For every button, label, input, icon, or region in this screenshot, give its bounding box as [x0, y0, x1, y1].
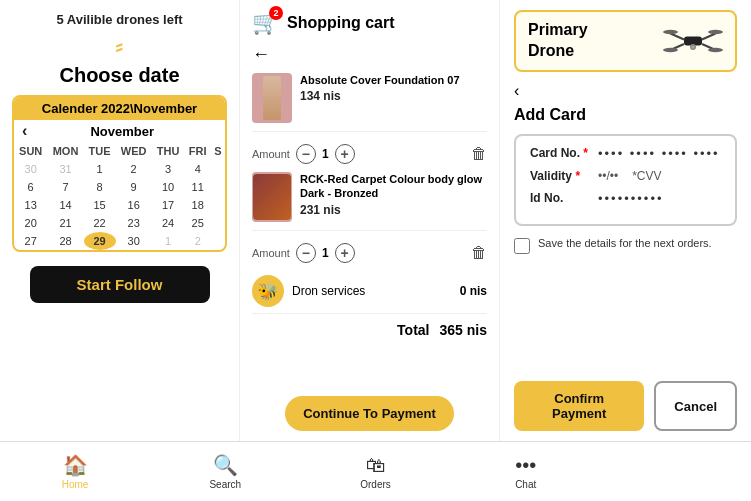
calendar-day[interactable]: 23 — [116, 214, 152, 232]
search-icon: 🔍 — [213, 453, 238, 477]
calendar-day[interactable]: 2 — [184, 232, 211, 250]
item1-amount-value: 1 — [322, 147, 329, 161]
item2-delete-button[interactable]: 🗑 — [471, 244, 487, 262]
item2-decrease-button[interactable]: − — [296, 243, 316, 263]
calendar-day[interactable]: 28 — [47, 232, 83, 250]
calendar-day[interactable]: 22 — [84, 214, 116, 232]
card-no-required: * — [583, 146, 588, 160]
calendar-day[interactable]: 2 — [116, 160, 152, 178]
nav-home-label: Home — [62, 479, 89, 490]
nav-orders-label: Orders — [360, 479, 391, 490]
choose-date-title: Choose date — [59, 64, 179, 87]
calendar-day[interactable]: 11 — [184, 178, 211, 196]
nav-extra[interactable] — [601, 442, 751, 501]
primary-drone-text: PrimaryDrone — [528, 21, 588, 59]
cart-badge: 2 — [269, 6, 283, 20]
add-card-title: Add Card — [514, 106, 737, 124]
drones-available-text: 5 Avilible drones left — [56, 12, 182, 27]
card-form: Card No. * •••• •••• •••• •••• Validity … — [514, 134, 737, 226]
calendar-day-header: MON — [47, 142, 83, 160]
item2-increase-button[interactable]: + — [335, 243, 355, 263]
start-follow-button[interactable]: Start Follow — [30, 266, 210, 303]
chat-icon: ••• — [515, 454, 536, 477]
cart-icon-wrap: 🛒 2 — [252, 10, 279, 36]
item1-increase-button[interactable]: + — [335, 144, 355, 164]
calendar-day[interactable]: 25 — [184, 214, 211, 232]
card-no-row: Card No. * •••• •••• •••• •••• — [530, 146, 721, 161]
calendar-day[interactable]: 1 — [152, 232, 185, 250]
bottom-nav: 🏠 Home 🔍 Search 🛍 Orders ••• Chat — [0, 441, 751, 501]
calendar-day[interactable]: 7 — [47, 178, 83, 196]
validity-label: Validity * — [530, 169, 590, 183]
calendar-day[interactable]: 16 — [116, 196, 152, 214]
cvv-value: *CVV — [632, 169, 661, 183]
drone-service-row: 🐝 Dron services 0 nis — [252, 269, 487, 314]
total-label: Total — [397, 322, 429, 338]
svg-point-7 — [663, 48, 678, 53]
calendar-day[interactable]: 18 — [184, 196, 211, 214]
item1-amount-label: Amount — [252, 148, 290, 160]
calendar-day-header: WED — [116, 142, 152, 160]
back-arrow-right[interactable]: ‹ — [514, 82, 737, 100]
calendar-day[interactable]: 9 — [116, 178, 152, 196]
calendar-day-header: TUE — [84, 142, 116, 160]
nav-search[interactable]: 🔍 Search — [150, 442, 300, 501]
item1-decrease-button[interactable]: − — [296, 144, 316, 164]
calendar-day — [211, 160, 225, 178]
calendar-day[interactable]: 6 — [14, 178, 47, 196]
cancel-button[interactable]: Cancel — [654, 381, 737, 431]
home-icon: 🏠 — [63, 453, 88, 477]
card-no-label: Card No. * — [530, 146, 590, 160]
total-price: 365 nis — [440, 322, 487, 338]
calendar-day[interactable]: 27 — [14, 232, 47, 250]
nav-orders[interactable]: 🛍 Orders — [300, 442, 450, 501]
confirm-payment-button[interactable]: Confirm Payment — [514, 381, 644, 431]
calendar-day[interactable]: 1 — [84, 160, 116, 178]
calendar-header: Calender 2022\November — [14, 97, 225, 120]
calendar-day[interactable]: 21 — [47, 214, 83, 232]
calendar-day[interactable]: 15 — [84, 196, 116, 214]
calendar-day[interactable]: 20 — [14, 214, 47, 232]
item2-price: 231 nis — [300, 203, 487, 217]
calendar-day[interactable]: 4 — [184, 160, 211, 178]
calendar: Calender 2022\November ‹ November SUNMON… — [12, 95, 227, 252]
calendar-day[interactable]: 3 — [152, 160, 185, 178]
continue-to-payment-button[interactable]: Continue To Payment — [285, 396, 454, 431]
calendar-day[interactable]: 14 — [47, 196, 83, 214]
item2-amount-label: Amount — [252, 247, 290, 259]
calendar-day[interactable]: 13 — [14, 196, 47, 214]
id-no-label: Id No. — [530, 191, 590, 205]
save-details-label: Save the details for the next orders. — [538, 236, 712, 251]
calendar-day — [211, 196, 225, 214]
calendar-grid: SUNMONTUEWEDTHUFRIS 30311234678910111314… — [14, 142, 225, 250]
foundation-image — [263, 76, 281, 120]
wings-icon: ⸗ — [115, 31, 124, 62]
calendar-day[interactable]: 31 — [47, 160, 83, 178]
carpet-image — [253, 174, 291, 220]
item1-price: 134 nis — [300, 89, 487, 103]
calendar-day[interactable]: 30 — [116, 232, 152, 250]
calendar-day[interactable]: 30 — [14, 160, 47, 178]
drone-service-price: 0 nis — [460, 284, 487, 298]
item1-info: Absolute Cover Foundation 07 134 nis — [300, 73, 487, 103]
calendar-day[interactable]: 8 — [84, 178, 116, 196]
svg-point-8 — [708, 48, 723, 53]
payment-panel: PrimaryDrone ‹ Add Card — [500, 0, 751, 441]
save-details-checkbox[interactable] — [514, 238, 530, 254]
nav-chat[interactable]: ••• Chat — [451, 442, 601, 501]
back-arrow[interactable]: ← — [252, 44, 487, 65]
product-image-carpet — [252, 172, 292, 222]
item1-amount-row: Amount − 1 + 🗑 — [252, 144, 487, 164]
cart-title: Shopping cart — [287, 14, 395, 32]
calendar-day[interactable]: 10 — [152, 178, 185, 196]
calendar-day[interactable]: 24 — [152, 214, 185, 232]
prev-month-button[interactable]: ‹ — [22, 122, 27, 140]
calendar-day[interactable]: 29 — [84, 232, 116, 250]
nav-chat-label: Chat — [515, 479, 536, 490]
svg-line-2 — [702, 33, 716, 39]
drone-service-name: Dron services — [292, 284, 452, 298]
save-details-row: Save the details for the next orders. — [514, 236, 737, 254]
calendar-day[interactable]: 17 — [152, 196, 185, 214]
item1-delete-button[interactable]: 🗑 — [471, 145, 487, 163]
nav-home[interactable]: 🏠 Home — [0, 442, 150, 501]
